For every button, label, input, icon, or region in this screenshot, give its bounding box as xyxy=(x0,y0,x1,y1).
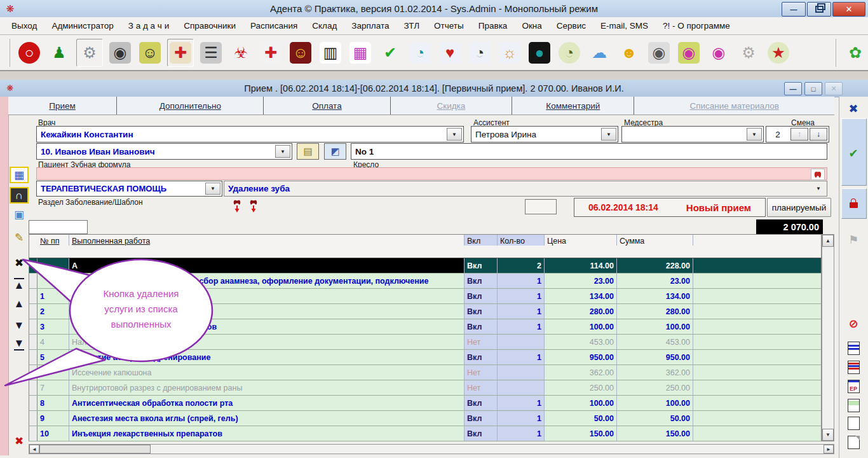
document-green-icon[interactable] xyxy=(841,397,865,413)
tab-Комментарий[interactable]: Комментарий xyxy=(512,97,634,114)
chat-smile-icon[interactable]: ☁ xyxy=(587,39,612,66)
tooth-formula-bar[interactable] xyxy=(36,167,827,180)
row-included[interactable]: Вкл xyxy=(465,304,498,319)
pin-icon[interactable]: ⚑ xyxy=(841,232,865,248)
table-vertical-scrollbar[interactable] xyxy=(822,234,834,441)
vacation-smile-icon[interactable]: ☺ xyxy=(288,39,313,66)
document-copy-icon[interactable] xyxy=(841,434,865,450)
block-icon[interactable]: ⊘ xyxy=(841,316,865,332)
tab-Оплата[interactable]: Оплата xyxy=(264,97,390,114)
day-clock-icon[interactable]: ◔ xyxy=(467,39,492,66)
day-confirm-icon[interactable]: ✔ xyxy=(377,39,403,66)
header-work[interactable]: Выполненная работа xyxy=(69,235,465,246)
barcode-icon[interactable]: ▥ xyxy=(318,39,343,66)
row-included[interactable]: Вкл xyxy=(465,396,498,410)
menu-item[interactable]: Администратор xyxy=(51,21,113,31)
move-first-icon[interactable]: ▲ xyxy=(10,276,29,293)
service-gear-icon[interactable]: ⚙ xyxy=(736,39,761,66)
row-included[interactable]: Вкл xyxy=(465,289,498,303)
row-included[interactable]: Вкл xyxy=(465,258,498,273)
header-sum[interactable]: Сумма xyxy=(617,235,693,246)
document-blue-icon[interactable] xyxy=(841,340,865,356)
tab-Прием[interactable]: Прием xyxy=(8,97,117,114)
confirm-check-icon[interactable]: ✔ xyxy=(841,145,865,162)
document-ep-icon[interactable]: EP xyxy=(841,378,865,394)
tooth-extract-icon-2[interactable] xyxy=(249,199,258,216)
media-folder-icon[interactable]: ◉ xyxy=(107,39,133,66)
scroll-up-icon[interactable]: ▲ xyxy=(822,235,834,247)
menu-item[interactable]: ЗТЛ xyxy=(403,21,419,31)
patient-dropdown-icon[interactable]: ▼ xyxy=(275,145,290,158)
row-included[interactable]: Вкл xyxy=(465,274,498,288)
xray-window-icon[interactable]: ▣ xyxy=(10,206,29,223)
patient-combobox[interactable]: 10. Иванов Иван Иванович ▼ xyxy=(36,143,292,160)
table-row[interactable]: р, сбор анамнеза, оформление документаци… xyxy=(29,274,822,289)
close-button[interactable]: ✕ xyxy=(832,2,865,17)
row-included[interactable]: Нет xyxy=(465,365,498,380)
restore-button[interactable] xyxy=(807,2,831,17)
tasks-gears-icon[interactable]: ⚙ xyxy=(76,39,103,67)
biohazard-icon[interactable]: ☣ xyxy=(228,39,254,66)
menu-item[interactable]: ?! - О программе xyxy=(663,21,730,31)
row-included[interactable]: Вкл xyxy=(465,350,498,364)
tv-globe-icon[interactable]: ● xyxy=(527,39,552,66)
day-sun-icon[interactable]: ☼ xyxy=(497,39,522,66)
row-included[interactable]: Вкл xyxy=(465,319,498,334)
patient-card-button[interactable]: ▤ xyxy=(297,143,319,160)
doc-maximize-button[interactable]: □ xyxy=(804,82,822,95)
doctor-dropdown-icon[interactable]: ▼ xyxy=(447,128,462,141)
archive-books-icon[interactable]: ☰ xyxy=(198,39,224,66)
cancel-red-x-icon[interactable]: ✖ xyxy=(10,433,29,449)
header-qty[interactable]: Кол-во xyxy=(498,235,545,246)
document-list-icon[interactable] xyxy=(841,359,865,375)
table-row[interactable]: А Вкл 2 114.00 228.00 xyxy=(29,258,822,274)
doc-close-button[interactable]: ✕ xyxy=(825,82,843,95)
shift-stepper[interactable]: 2 ↑ ↓ xyxy=(766,126,829,142)
disease-dropdown-icon[interactable]: ▼ xyxy=(811,183,825,195)
menu-item[interactable]: Зарплата xyxy=(351,21,389,31)
surprised-smile-icon[interactable]: ☻ xyxy=(616,39,642,66)
table-row[interactable]: 7 Внутриротовой разрез с дренированием р… xyxy=(29,380,822,396)
table-row[interactable]: 8 Антисептическая обработка полости рта … xyxy=(29,396,822,411)
finder-face-icon[interactable]: ☺ xyxy=(137,39,163,66)
filter-box[interactable] xyxy=(29,220,88,234)
firstaid-kit-icon[interactable]: ✚ xyxy=(258,39,283,66)
day-refresh-icon[interactable]: ◔ xyxy=(407,39,433,66)
move-up-icon[interactable]: ▲ xyxy=(10,295,29,312)
alarm-clock-icon[interactable]: ◔ xyxy=(557,39,582,66)
exit-power-icon[interactable]: ○ xyxy=(17,39,42,66)
edit-note-icon[interactable]: ✎ xyxy=(10,229,29,246)
menu-item[interactable]: Склад xyxy=(312,21,337,31)
chair-field[interactable]: No 1 xyxy=(351,143,827,160)
menu-item[interactable]: Сервис xyxy=(557,21,586,31)
menu-item[interactable]: E-mail, SMS xyxy=(600,21,648,31)
menu-item[interactable]: Расписания xyxy=(250,21,297,31)
icq-flower-icon[interactable]: ✿ xyxy=(843,39,868,66)
view-eye-icon[interactable]: ◉ xyxy=(706,39,731,66)
tooth-map-icon[interactable]: ▦ xyxy=(10,167,29,183)
schedule-grid-icon[interactable]: ▦ xyxy=(348,39,373,66)
nurse-dropdown-icon[interactable]: ▼ xyxy=(747,128,762,141)
tooth-card-icon[interactable]: ∩ xyxy=(10,187,29,204)
table-row[interactable]: 3 атиков Вкл 1 100.00 100.00 xyxy=(29,319,822,335)
row-included[interactable]: Вкл xyxy=(465,426,498,441)
day-health-icon[interactable]: ♥ xyxy=(437,39,463,66)
row-included[interactable]: Вкл xyxy=(465,411,498,426)
header-incl[interactable]: Вкл xyxy=(465,235,498,246)
scroll-down-icon[interactable]: ▼ xyxy=(822,429,834,441)
planned-button[interactable]: планируемый xyxy=(767,198,831,217)
row-included[interactable]: Нет xyxy=(465,335,498,349)
table-row[interactable]: 1 Вкл 1 134.00 134.00 xyxy=(29,289,822,304)
assistant-dropdown-icon[interactable]: ▼ xyxy=(601,128,616,141)
header-price[interactable]: Цена xyxy=(545,235,617,246)
section-combobox[interactable]: ТЕРАПЕВТИЧЕСКАЯ ПОМОЩЬ ▼ xyxy=(36,181,222,197)
tooth-extract-icon-1[interactable] xyxy=(233,199,241,216)
assistant-combobox[interactable]: Петрова Ирина ▼ xyxy=(471,126,618,142)
menu-item[interactable]: Отчеты xyxy=(434,21,464,31)
header-num[interactable]: № пп xyxy=(37,235,69,246)
menu-item[interactable]: Правка xyxy=(478,21,508,31)
table-row[interactable]: 5 Вскрытие абсцесса, дренирование Вкл 1 … xyxy=(29,350,822,365)
medcard-plus-icon[interactable]: ✚ xyxy=(167,39,194,67)
row-included[interactable]: Нет xyxy=(465,380,498,395)
close-form-x-icon[interactable]: ✖ xyxy=(841,101,865,117)
